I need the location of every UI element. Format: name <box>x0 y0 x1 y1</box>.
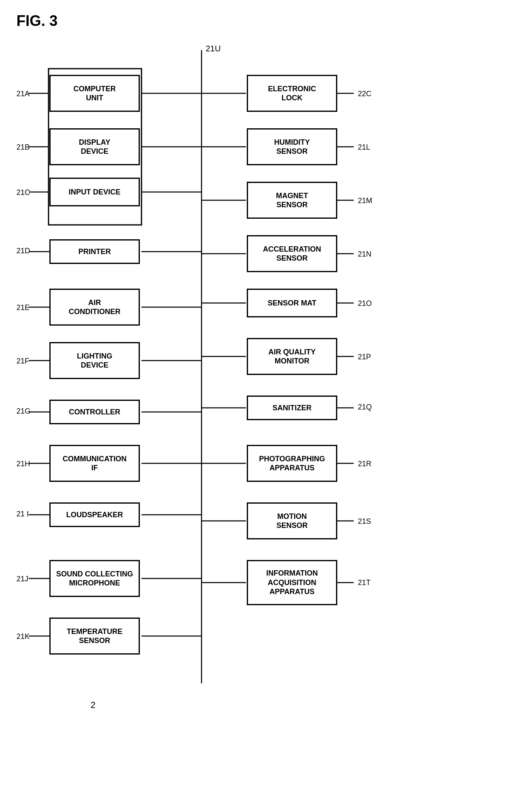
ref-21H: 21H <box>16 460 30 468</box>
box-21E: AIRCONDITIONER <box>49 289 140 326</box>
ref-21K: 21K <box>16 632 30 641</box>
footer-label: 2 <box>90 700 95 710</box>
box-21O: SENSOR MAT <box>247 289 337 317</box>
box-21C: INPUT DEVICE <box>49 178 140 206</box>
ref-21N: 21N <box>358 250 371 259</box>
box-21K: TEMPERATURESENSOR <box>49 618 140 655</box>
ref-21S: 21S <box>358 517 371 526</box>
bus-label: 21U <box>206 44 221 53</box>
box-21G: CONTROLLER <box>49 400 140 424</box>
ref-21B: 21B <box>16 143 30 152</box>
ref-21J: 21J <box>16 575 28 583</box>
box-21M: MAGNETSENSOR <box>247 182 337 219</box>
ref-21O: 21O <box>358 299 372 308</box>
box-21A: COMPUTERUNIT <box>49 75 140 112</box>
ref-21C: 21C <box>16 188 30 197</box>
ref-22C: 22C <box>358 90 371 98</box>
ref-21Q: 21Q <box>358 403 372 412</box>
box-21J: SOUND COLLECTINGMICROPHONE <box>49 560 140 597</box>
box-21H: COMMUNICATIONIF <box>49 445 140 482</box>
box-21I: LOUDSPEAKER <box>49 502 140 527</box>
ref-21R: 21R <box>358 460 371 468</box>
box-21S: MOTIONSENSOR <box>247 502 337 539</box>
box-21F: LIGHTINGDEVICE <box>49 342 140 379</box>
ref-21A: 21A <box>16 90 30 98</box>
ref-21D: 21D <box>16 247 30 255</box>
ref-21E: 21E <box>16 303 30 312</box>
box-21R: PHOTOGRAPHINGAPPARATUS <box>247 445 337 482</box>
ref-21I: 21 I <box>16 510 29 518</box>
ref-21L: 21L <box>358 143 370 152</box>
box-21T: INFORMATIONACQUISITIONAPPARATUS <box>247 560 337 605</box>
ref-21G: 21G <box>16 407 30 416</box>
diagram: 21U COMPUTERUNIT 21A DISPLAYDEVICE 21B I… <box>16 42 494 812</box>
box-21B: DISPLAYDEVICE <box>49 128 140 165</box>
ref-21T: 21T <box>358 578 371 587</box>
box-21Q: SANITIZER <box>247 396 337 420</box>
box-21N: ACCELERATIONSENSOR <box>247 235 337 272</box>
ref-21F: 21F <box>16 357 29 366</box>
page-title: FIG. 3 <box>16 12 494 30</box>
box-21L: HUMIDITYSENSOR <box>247 128 337 165</box>
box-22C: ELECTRONICLOCK <box>247 75 337 112</box>
ref-21P: 21P <box>358 353 371 361</box>
box-21D: PRINTER <box>49 239 140 264</box>
box-21P: AIR QUALITYMONITOR <box>247 338 337 375</box>
ref-21M: 21M <box>358 197 372 205</box>
